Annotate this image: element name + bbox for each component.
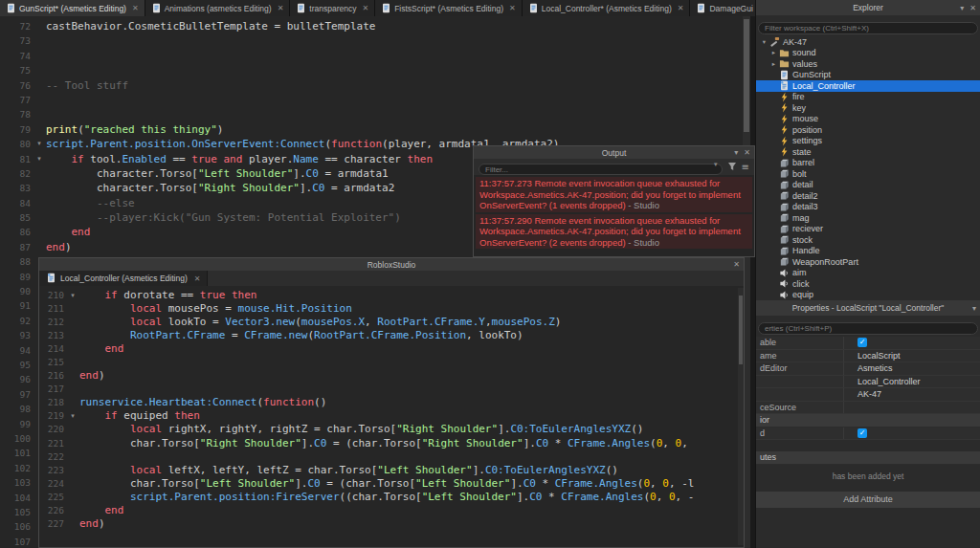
fold-gutter [66,396,79,409]
properties-header[interactable]: Properties - LocalScript "Local_Controll… [756,300,980,316]
code-line: 213 RootPart.CFrame = CFrame.new(RootPar… [39,329,744,342]
line-number: 107 [0,535,33,548]
filter-funnel-icon[interactable] [727,162,737,173]
part-icon [778,256,791,267]
folder-icon [778,48,791,58]
floating-window-close-icon[interactable]: ✕ [733,260,740,269]
explorer-item-ak-47[interactable]: ▾AK-47 [756,36,980,48]
expand-arrow-icon[interactable]: ▸ [769,49,778,56]
line-number: 221 [39,437,66,450]
floating-vertical-scrollbar[interactable] [738,288,744,545]
fold-arrow-icon[interactable]: ▾ [33,152,46,166]
explorer-item-detail2[interactable]: detail2 [756,190,980,202]
editor-tab[interactable]: transparency✕ [290,0,375,16]
explorer-item-aim[interactable]: aim [756,268,980,279]
tab-close-icon[interactable]: ✕ [194,274,201,283]
output-filter-input[interactable] [479,164,723,175]
editor-tab[interactable]: DamageGui✕ [690,0,755,16]
output-close-icon[interactable]: ✕ [744,148,750,157]
property-value[interactable]: LocalScript [844,351,901,361]
explorer-filter-input[interactable] [758,22,978,34]
code-line: 214 end [39,342,744,356]
editor-tab[interactable]: Animations (asmetics Editing)✕ [145,0,291,16]
editor-tab[interactable]: GunScript* (Asmetics Editing)✕ [0,0,145,16]
explorer-item-mag[interactable]: mag [756,212,980,224]
code-line: 221 char.Torso["Right Shoulder"].C0 = (c… [39,437,744,450]
property-category[interactable]: ior [756,414,980,427]
explorer-item-detail[interactable]: detail [756,180,980,191]
editor-tab[interactable]: FistsScript* (Asmetics Editing)✕ [375,0,523,16]
explorer-item-settings[interactable]: settings [756,136,980,147]
line-number: 90 [0,284,33,298]
floating-code-editor[interactable]: 210▾ if dorotate == true then211 local m… [39,286,744,547]
output-options-caret-icon[interactable]: ▾ [734,148,738,157]
explorer-item-values[interactable]: ▸values [756,58,980,70]
code-text: print("reached this thingy") [46,122,223,137]
explorer-item-gunscript[interactable]: GunScript [756,70,980,81]
code-text: --else [46,196,135,210]
tab-close-icon[interactable]: ✕ [132,4,139,12]
explorer-item-bolt[interactable]: bolt [756,168,980,180]
explorer-item-local_controller[interactable]: Local_Controller [756,80,980,92]
output-log[interactable]: 11:37:57.273 Remote event invocation que… [474,175,754,256]
property-checkbox[interactable]: ✓ [858,428,867,438]
properties-options-caret-icon[interactable]: ▾ [972,304,976,313]
tab-close-icon[interactable]: ✕ [678,4,684,12]
collapse-arrow-icon[interactable]: ▾ [760,38,768,46]
explorer-item-barrel[interactable]: barrel [756,158,980,169]
explorer-item-reciever[interactable]: reciever [756,224,980,235]
scrollbar-thumb[interactable] [739,296,743,364]
editor-tab[interactable]: Local_Controller* (Asmetics Editing)✕ [523,0,691,16]
property-value[interactable]: Local_Controller [844,377,921,386]
explorer-item-equip[interactable]: equip [756,290,980,301]
explorer-item-click[interactable]: click [756,278,980,290]
explorer-item-sound[interactable]: ▸sound [756,48,980,59]
floating-window-title: RobloxStudio [368,260,416,270]
explorer-header[interactable]: Explorer ▾ ✕ [756,0,980,15]
properties-filter-input[interactable] [758,322,978,335]
fold-arrow-icon[interactable]: ▾ [66,409,79,423]
add-attribute-button[interactable]: Add Attribute [756,492,980,508]
explorer-item-mouse[interactable]: mouse [756,114,980,125]
floating-window-titlebar[interactable]: RobloxStudio ✕ [39,258,744,271]
line-number: 87 [0,240,33,254]
tab-close-icon[interactable]: ✕ [362,4,368,12]
tab-close-icon[interactable]: ✕ [509,4,516,12]
explorer-close-icon[interactable]: ✕ [969,4,976,12]
output-message[interactable]: 11:37:57.273 Remote event invocation que… [476,177,752,212]
explorer-options-caret-icon[interactable]: ▾ [960,4,964,12]
property-checkbox[interactable]: ✓ [858,338,867,347]
line-number: 217 [39,383,66,396]
filter-caret-icon[interactable]: ▾ [714,161,718,168]
explorer-item-label: position [792,125,822,135]
code-text: local mousePos = mouse.Hit.Position [79,302,352,316]
scrollbar-thumb[interactable] [744,19,749,132]
property-value[interactable]: AK-47 [844,389,881,399]
part-icon [778,168,791,179]
explorer-item-weaponrootpart[interactable]: WeaponRootPart [756,256,980,268]
explorer-item-label: key [792,103,806,113]
code-line: 223 local leftX, leftY, leftZ = char.Tor… [39,464,744,477]
fold-arrow-icon[interactable]: ▾ [33,137,46,151]
fold-arrow-icon[interactable]: ▾ [66,289,79,302]
property-value[interactable]: Asmetics [844,363,893,373]
explorer-item-position[interactable]: position [756,124,980,136]
explorer-item-stock[interactable]: stock [756,234,980,246]
tab-close-icon[interactable]: ✕ [278,4,284,12]
explorer-item-label: fire [792,92,805,101]
output-menu-icon[interactable]: ≡ [742,163,749,172]
floating-editor-tab[interactable]: Local_Controller (Asmetics Editing) ✕ [39,271,208,286]
sound-icon [778,268,791,278]
line-number: 72 [0,19,33,33]
explorer-item-handle[interactable]: Handle [756,246,980,257]
explorer-item-detail3[interactable]: detail3 [756,202,980,213]
output-window-titlebar[interactable]: Output ▾ ✕ [474,146,754,159]
attributes-section-header[interactable]: utes [756,451,980,465]
output-message[interactable]: 11:37:57.290 Remote event invocation que… [476,214,752,250]
explorer-item-fire[interactable]: fire [756,92,980,103]
attributes-header-label: utes [760,452,776,462]
line-number: 219 [39,409,66,423]
explorer-item-state[interactable]: state [756,146,980,158]
explorer-item-key[interactable]: key [756,102,980,114]
expand-arrow-icon[interactable]: ▸ [769,60,778,68]
